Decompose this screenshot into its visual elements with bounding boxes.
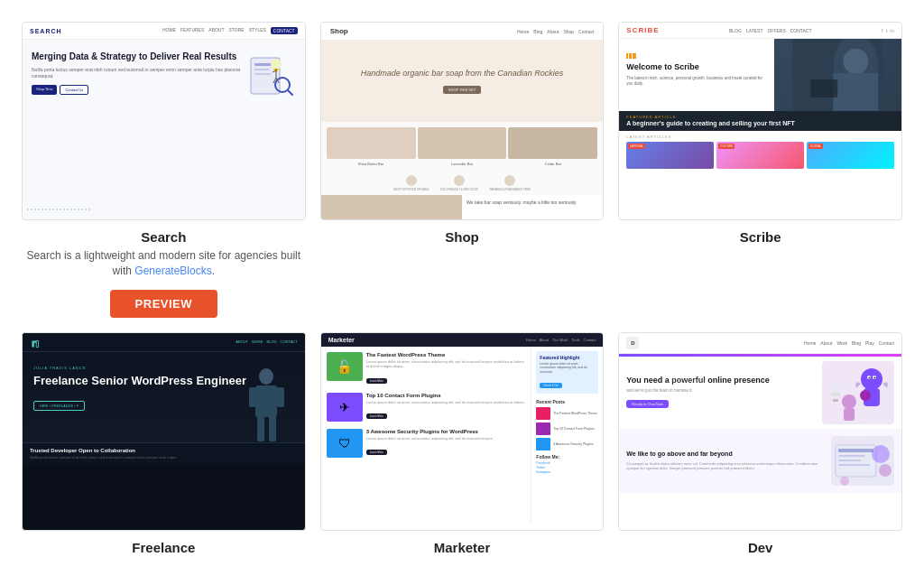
- marketer-follow-facebook[interactable]: Facebook: [536, 461, 598, 465]
- marketer-post-title-1: The Fastest WordPress Theme: [366, 352, 526, 358]
- freelance-nav-about[interactable]: ABOUT: [236, 339, 248, 344]
- nav-link-styles[interactable]: STYLES: [249, 27, 266, 34]
- marketer-follow-instagram[interactable]: Instagram: [536, 470, 598, 474]
- marketer-follow-section: Follow Me: Facebook Twitter Instagram: [536, 454, 598, 474]
- svg-rect-3: [254, 73, 271, 75]
- scribe-articles-row: NATIONAL CULTURE GLOBAL: [626, 142, 894, 169]
- freelance-card: ABOUT WORK BLOG CONTACT JULIA TRAVIS LAN…: [14, 325, 313, 562]
- scribe-nav-blog[interactable]: BLOG: [729, 28, 742, 33]
- nav-link-contact-active[interactable]: CONTACT: [271, 27, 298, 34]
- marketer-follow-twitter[interactable]: Twitter: [536, 466, 598, 469]
- scribe-hero-right: [774, 39, 901, 111]
- scribe-hero: Welcome to Scribe The latest in tech, sc…: [619, 39, 901, 111]
- marketer-post-text-2: Top 10 Contact Form Plugins Lorem ipsum …: [366, 393, 525, 422]
- shop-nav-blog[interactable]: Blog: [533, 29, 542, 34]
- marketer-nav-contact[interactable]: Contact: [584, 338, 596, 342]
- dev-hero-subtitle: and we're just the team to harness it.: [626, 388, 822, 393]
- shop-product-name-2: Lavender Bar: [418, 162, 507, 166]
- search-shop-btn[interactable]: Shop Now: [32, 85, 57, 95]
- scribe-article-2[interactable]: CULTURE: [716, 142, 804, 169]
- search-contact-btn[interactable]: Contact Us: [60, 85, 88, 95]
- svg-point-25: [842, 395, 856, 409]
- marketer-post-desc-2: Lorem ipsum dolor sit amet, consectetur …: [366, 400, 525, 405]
- scribe-hero-subtitle: The latest in tech, science, personal gr…: [626, 76, 767, 88]
- search-hero-title: Merging Data & Strategy to Deliver Real …: [32, 51, 242, 62]
- dev-nav-work[interactable]: Work: [836, 340, 847, 346]
- shop-icon-paraben-label: PARABEN & FRAGRANCE FREE: [489, 188, 530, 191]
- scribe-nav-links: BLOG LATEST OFFERS CONTACT: [729, 28, 812, 33]
- freelance-hero: JULIA TRAVIS LANCE Freelance Senior Word…: [23, 352, 305, 442]
- svg-rect-14: [834, 73, 879, 111]
- marketer-post-icon-1: 🔓: [337, 359, 352, 374]
- freelance-nav-contact[interactable]: CONTACT: [281, 339, 298, 344]
- freelance-person-silhouette: [242, 366, 291, 442]
- marketer-recent-icon-1: [536, 407, 550, 420]
- marketer-recent-text-1: The Fastest WordPress Theme: [553, 412, 597, 416]
- freelance-nav-work[interactable]: WORK: [252, 339, 263, 344]
- dev-hero-cta-button[interactable]: Ready to Chat Now: [626, 400, 669, 408]
- marketer-post-btn-3[interactable]: Learn More: [366, 450, 387, 455]
- svg-point-16: [259, 368, 273, 385]
- shop-label: Shop: [445, 229, 479, 245]
- marketer-post-btn-2[interactable]: Learn More: [366, 413, 387, 419]
- shop-hero-btn[interactable]: SHOP THIS SET: [443, 86, 481, 94]
- shop-nav-home[interactable]: Home: [517, 29, 529, 34]
- marketer-nav-links: Home About Our Work Tools Contact: [526, 338, 596, 342]
- nav-link-store[interactable]: STORE: [229, 27, 245, 34]
- shop-icon-paraben: PARABEN & FRAGRANCE FREE: [489, 175, 530, 191]
- cards-grid: SEARCH HOME FEATURES ABOUT STORE STYLES …: [0, 0, 924, 577]
- dev-nav-blog[interactable]: Blog: [852, 340, 861, 346]
- marketer-post-icon-2: ✈: [339, 400, 350, 414]
- marketer-featured-box: Featured Highlight Lorem ipsum dolor sit…: [536, 351, 598, 395]
- scribe-social-in[interactable]: in: [890, 28, 894, 33]
- search-nav-links: HOME FEATURES ABOUT STORE STYLES CONTACT: [162, 27, 298, 34]
- svg-rect-20: [257, 416, 264, 441]
- shop-split-image: [321, 195, 462, 220]
- scribe-nav-latest[interactable]: LATEST: [746, 28, 763, 33]
- svg-point-30: [873, 376, 875, 378]
- freelance-nav-blog[interactable]: BLOG: [266, 339, 276, 344]
- search-preview-button[interactable]: PREVIEW: [110, 290, 217, 318]
- shop-nav-shop[interactable]: Shop: [563, 29, 574, 34]
- freelance-nav-links: ABOUT WORK BLOG CONTACT: [236, 339, 297, 344]
- marketer-nav-home[interactable]: Home: [526, 338, 536, 342]
- scribe-nav-contact[interactable]: CONTACT: [790, 28, 812, 33]
- marketer-preview: Marketer Home About Our Work Tools Conta…: [320, 332, 605, 531]
- marketer-nav-about[interactable]: About: [540, 338, 549, 342]
- marketer-featured-title: Featured Highlight: [540, 355, 595, 360]
- scribe-article-1[interactable]: NATIONAL: [626, 142, 714, 169]
- marketer-nav-tools[interactable]: Tools: [571, 338, 579, 342]
- marketer-recent-item-2: Top 10 Contact Form Plugins: [536, 422, 598, 435]
- scribe-articles-label: LATEST ARTICLES: [626, 135, 894, 139]
- scribe-social-t[interactable]: t: [886, 28, 888, 33]
- marketer-post-btn-1[interactable]: Learn More: [366, 378, 387, 384]
- svg-rect-2: [254, 69, 269, 70]
- marketer-recent-text-3: 3 Awesome Security Plugins: [553, 442, 593, 447]
- dev-nav-home[interactable]: Home: [804, 340, 816, 346]
- shop-hero: Handmade organic bar soap from the Canad…: [321, 41, 604, 122]
- dev-nav-play[interactable]: Play: [865, 340, 874, 346]
- scribe-social-f[interactable]: f: [882, 28, 883, 33]
- marketer-post-3: 🛡 3 Awesome Security Plugins for WordPre…: [327, 429, 526, 458]
- scribe-article-3[interactable]: GLOBAL: [807, 142, 894, 169]
- shop-nav-about[interactable]: About: [547, 29, 559, 34]
- marketer-post-img-3: 🛡: [327, 429, 363, 458]
- shop-icons-row: SHOP CERTIFIED ORGANIC ECO-FRIENDLY & NO…: [321, 172, 604, 195]
- svg-line-5: [288, 90, 292, 95]
- marketer-follow-label: Follow Me:: [536, 454, 598, 460]
- scribe-nav-offers[interactable]: OFFERS: [767, 28, 785, 33]
- search-desc-link[interactable]: GenerateBlocks: [134, 265, 211, 277]
- marketer-post-img-2: ✈: [327, 393, 363, 422]
- dev-nav: D Home About Work Blog Play Contact: [619, 333, 901, 354]
- nav-link-features[interactable]: FEATURES: [180, 27, 204, 34]
- nav-link-about[interactable]: ABOUT: [208, 27, 224, 34]
- dev-hero-image: [822, 361, 894, 424]
- freelance-cta-button[interactable]: HIRE • FREELANCE • F: [33, 401, 85, 411]
- dev-nav-about[interactable]: About: [820, 340, 832, 346]
- marketer-nav-work[interactable]: Our Work: [552, 338, 568, 342]
- dev-nav-contact[interactable]: Contact: [879, 340, 894, 346]
- dev-second-section: We like to go above and far beyond Conse…: [619, 429, 901, 493]
- nav-link-home[interactable]: HOME: [162, 27, 176, 34]
- marketer-featured-btn[interactable]: Check It Out: [540, 383, 562, 388]
- shop-nav-contact[interactable]: Contact: [578, 29, 594, 34]
